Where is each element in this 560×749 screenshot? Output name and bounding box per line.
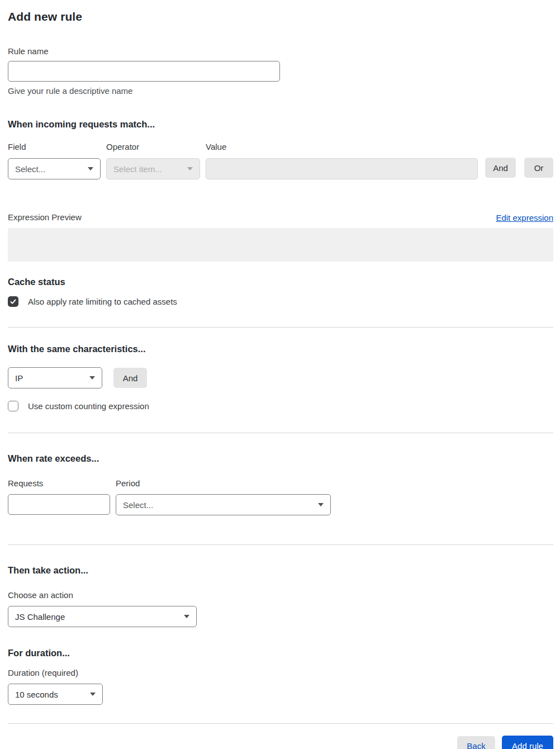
value-column: Value: [206, 142, 478, 179]
rate-section-heading: When rate exceeds...: [8, 453, 553, 464]
cache-status-heading: Cache status: [8, 277, 553, 287]
rate-controls-row: Requests Period Select...: [8, 478, 553, 515]
operator-select-value: Select item...: [113, 164, 183, 174]
duration-select-value: 10 seconds: [15, 690, 86, 699]
field-select[interactable]: Select...: [8, 158, 101, 179]
section-divider: [8, 433, 553, 433]
cached-assets-checkbox-label: Also apply rate limiting to cached asset…: [28, 297, 177, 306]
characteristic-select-value: IP: [15, 373, 85, 383]
period-column: Period Select...: [116, 478, 331, 515]
period-select-value: Select...: [123, 500, 314, 510]
chevron-down-icon: [318, 503, 324, 506]
section-divider: [8, 327, 553, 328]
back-button[interactable]: Back: [457, 736, 495, 749]
page-title: Add new rule: [8, 10, 553, 23]
footer-actions: Back Add rule: [8, 736, 553, 749]
edit-expression-link[interactable]: Edit expression: [496, 213, 553, 222]
characteristics-and-button[interactable]: And: [113, 368, 147, 388]
field-select-value: Select...: [15, 164, 83, 174]
requests-label: Requests: [8, 478, 110, 489]
operator-label: Operator: [106, 142, 206, 152]
period-select[interactable]: Select...: [116, 494, 331, 515]
characteristics-row: IP And: [8, 367, 553, 388]
field-label: Field: [8, 142, 106, 152]
match-controls-row: Field Select... Operator Select item... …: [8, 142, 553, 179]
add-rule-button[interactable]: Add rule: [502, 736, 553, 749]
action-section-heading: Then take action...: [8, 565, 553, 576]
operator-column: Operator Select item...: [106, 142, 206, 179]
chevron-down-icon: [187, 167, 193, 170]
chevron-down-icon: [90, 693, 96, 696]
cache-checkbox-row: Also apply rate limiting to cached asset…: [8, 296, 553, 307]
match-section-heading: When incoming requests match...: [8, 119, 553, 130]
operator-select: Select item...: [106, 158, 200, 179]
action-select[interactable]: JS Challenge: [8, 606, 197, 627]
period-label: Period: [116, 478, 331, 489]
action-select-value: JS Challenge: [15, 612, 179, 622]
characteristics-heading: With the same characteristics...: [8, 344, 553, 354]
add-rule-form: Add new rule Rule name Give your rule a …: [0, 0, 560, 749]
duration-select[interactable]: 10 seconds: [8, 684, 103, 705]
section-divider: [8, 544, 553, 545]
expression-preview-label: Expression Preview: [8, 212, 82, 222]
requests-input[interactable]: [8, 494, 110, 515]
andor-buttons: And Or: [478, 157, 553, 178]
requests-column: Requests: [8, 478, 110, 515]
chevron-down-icon: [88, 167, 93, 170]
custom-counting-checkbox[interactable]: [8, 401, 18, 411]
chevron-down-icon: [184, 615, 189, 618]
chevron-down-icon: [89, 376, 95, 380]
rule-name-label: Rule name: [8, 46, 553, 56]
choose-action-label: Choose an action: [8, 590, 553, 600]
duration-label: Duration (required): [8, 668, 553, 678]
expression-preview-header: Expression Preview Edit expression: [8, 212, 553, 222]
value-input: [206, 158, 478, 179]
custom-counting-checkbox-label: Use custom counting expression: [28, 401, 149, 411]
expression-preview-box: [8, 228, 553, 262]
footer-divider: [8, 723, 553, 724]
or-button[interactable]: Or: [524, 158, 553, 178]
cached-assets-checkbox[interactable]: [8, 296, 18, 307]
characteristic-select[interactable]: IP: [8, 367, 102, 388]
checkmark-icon: [10, 298, 17, 305]
field-column: Field Select...: [8, 142, 106, 179]
and-button[interactable]: And: [485, 158, 516, 178]
counting-expression-row: Use custom counting expression: [8, 401, 553, 411]
rule-name-helper-text: Give your rule a descriptive name: [8, 86, 553, 96]
rule-name-input[interactable]: [8, 61, 280, 82]
value-label: Value: [206, 142, 478, 152]
duration-section-heading: For duration...: [8, 648, 553, 658]
